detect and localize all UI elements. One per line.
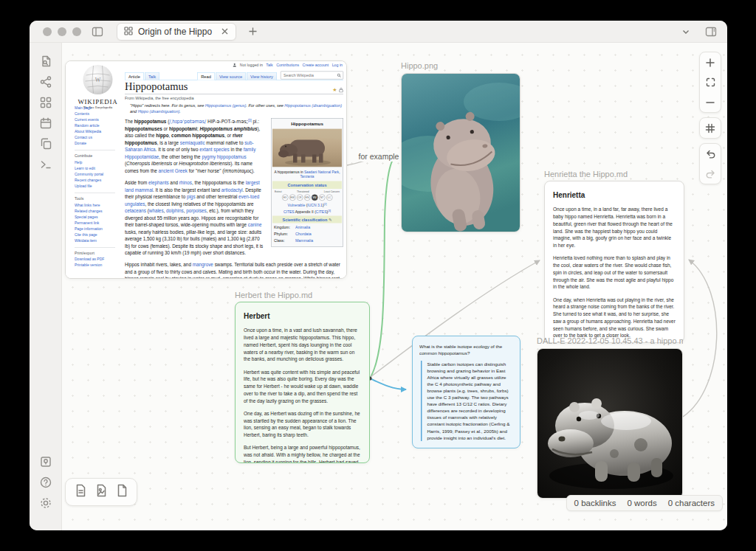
contributions-link[interactable]: Contributions <box>276 63 299 67</box>
hippo-photo <box>272 128 342 167</box>
sidebar-link[interactable]: Donate <box>75 140 122 146</box>
sidebar-link[interactable]: Learn to edit <box>75 165 122 171</box>
status-ew: EW <box>289 195 296 201</box>
add-card-button[interactable] <box>114 483 129 501</box>
snap-to-grid-button[interactable] <box>700 118 721 138</box>
quick-switcher-icon[interactable] <box>36 52 55 71</box>
canvas-viewport[interactable]: for example Not logged in Talk Contribut… <box>62 43 727 530</box>
sidebar-link[interactable]: Community portal <box>75 171 122 177</box>
card-henrietta[interactable]: Henrietta Once upon a time, in a land fa… <box>544 181 684 343</box>
isotope-quote: Stable carbon isotopes can distinguish b… <box>421 361 513 441</box>
note-paragraph: Henrietta loved nothing more than to spl… <box>553 254 676 291</box>
traffic-light-minimize[interactable] <box>58 27 66 36</box>
edge-dalle-to-henrietta <box>683 260 717 417</box>
card-isotope-question[interactable]: What is the stable isotope ecology of th… <box>412 336 520 448</box>
undo-button[interactable] <box>700 144 721 164</box>
traffic-light-close[interactable] <box>43 27 52 36</box>
right-sidebar-toggle-icon[interactable] <box>702 23 720 41</box>
talk-link[interactable]: Talk <box>266 63 272 67</box>
card-hippo-png[interactable] <box>401 73 520 232</box>
sidebar-link[interactable]: Page information <box>75 226 122 232</box>
add-note-from-vault-button[interactable] <box>73 483 88 501</box>
sidebar-link[interactable]: Current events <box>75 117 122 122</box>
sidebar-link[interactable]: Printable version <box>75 263 122 268</box>
command-palette-terminal-icon[interactable] <box>36 155 55 174</box>
note-paragraph: Herbert was quite content with his simpl… <box>244 368 360 404</box>
new-tab-icon[interactable] <box>244 23 261 41</box>
note-title: Henrietta <box>553 190 676 201</box>
sidebar-link[interactable]: Related changes <box>75 208 122 214</box>
hatnote: "Hippo" redirects here. For its genus, s… <box>125 103 343 115</box>
sidebar-link[interactable]: Special pages <box>75 214 122 220</box>
sidebar-link[interactable]: Wikidata item <box>75 238 122 243</box>
view-source-tab[interactable]: View source <box>216 73 246 80</box>
status-ex: EX <box>282 195 289 201</box>
wikipedia-search-input[interactable] <box>283 73 337 78</box>
wikipedia-search-box[interactable] <box>281 72 343 80</box>
canvas-icon <box>124 25 133 38</box>
article-paragraph: Hippos inhabit rivers, lakes, and mangro… <box>125 262 343 279</box>
tab-origin-of-the-hippo[interactable]: Origin of the Hippo <box>117 23 236 41</box>
sidebar-link[interactable]: Random article <box>75 122 122 128</box>
article-tab[interactable]: Article <box>125 73 144 80</box>
card-herbert[interactable]: Herbert Once upon a time, in a vast and … <box>235 302 370 463</box>
titlebar: Origin of the Hippo <box>30 21 727 43</box>
settings-gear-icon[interactable] <box>36 493 55 513</box>
wikipedia-logo[interactable]: W WIKIPEDIA The Free Encyclopedia <box>74 64 122 109</box>
sidebar-link[interactable]: Recent changes <box>75 177 122 183</box>
sidebar-link[interactable]: Contents <box>75 111 122 117</box>
help-icon[interactable] <box>36 473 55 492</box>
search-icon[interactable] <box>337 73 342 77</box>
read-tab[interactable]: Read <box>197 73 215 80</box>
featured-star-icon: ★ <box>332 86 337 93</box>
article-title: Hippopotamus ★ <box>125 80 343 94</box>
templates-copy-icon[interactable] <box>36 134 55 153</box>
note-title: Herbert <box>244 311 360 322</box>
baby-hippo-underwater-image <box>402 74 520 232</box>
talk-tab[interactable]: Talk <box>145 73 159 80</box>
backlinks-count[interactable]: 0 backlinks <box>574 499 616 507</box>
create-account-link[interactable]: Create account <box>303 63 329 67</box>
sidebar-link[interactable]: Main page <box>75 105 122 111</box>
edge-herbert-to-isotope <box>370 378 406 389</box>
card-wikipedia[interactable]: Not logged in Talk Contributions Create … <box>65 60 347 279</box>
log-in-link[interactable]: Log in <box>332 63 343 67</box>
graph-view-icon[interactable] <box>36 72 55 91</box>
tab-list-chevron-icon[interactable] <box>677 23 695 41</box>
card-label-hippo-png: Hippo.png <box>401 61 519 70</box>
sidebar-link[interactable]: Upload file <box>75 183 122 189</box>
status-circles: EX EW CR EN VU NT LC <box>272 194 342 203</box>
vault-switcher-icon[interactable] <box>36 452 55 471</box>
sidebar-link[interactable]: What links here <box>75 202 122 208</box>
redo-button[interactable] <box>700 164 721 184</box>
add-media-from-vault-button[interactable] <box>94 483 109 501</box>
isotope-question-text: What is the stable isotope ecology of th… <box>419 343 513 356</box>
kingdom-link[interactable]: Animalia <box>295 224 310 230</box>
traffic-light-zoom[interactable] <box>72 27 81 36</box>
zoom-out-button[interactable] <box>700 92 721 112</box>
note-paragraph: Once upon a time, in a vast and lush sav… <box>244 327 360 363</box>
class-link[interactable]: Mammalia <box>295 238 313 243</box>
status-vulnerable-line: Vulnerable (IUCN 3.1)[2] <box>272 202 342 209</box>
sidebar-link[interactable]: Help <box>75 159 122 165</box>
sidebar-link[interactable]: Download as PDF <box>75 257 122 263</box>
phylum-link[interactable]: Chordata <box>295 231 312 237</box>
edit-pencil-icon[interactable]: ✎ <box>329 217 332 221</box>
snap-controls <box>699 117 721 139</box>
daily-note-calendar-icon[interactable] <box>36 114 55 133</box>
view-history-tab[interactable]: View history <box>247 73 277 80</box>
canvas-icon[interactable] <box>36 93 55 112</box>
scientific-classification-header: Scientific classification ✎ <box>272 215 342 223</box>
sidebar-link[interactable]: Permanent link <box>75 220 122 226</box>
card-dalle-image[interactable] <box>537 348 683 499</box>
zoom-to-fit-button[interactable] <box>700 72 721 92</box>
article-tagline: From Wikipedia, the free encyclopedia <box>125 96 343 100</box>
close-tab-icon[interactable] <box>221 25 229 38</box>
sidebar-section-header: Tools <box>75 193 115 201</box>
left-sidebar-toggle-icon[interactable] <box>89 23 106 41</box>
sidebar-link[interactable]: Cite this page <box>75 232 122 238</box>
sidebar-link[interactable]: Contact us <box>75 134 122 140</box>
note-paragraph: But Herbert, being a large and powerful … <box>244 444 360 463</box>
sidebar-link[interactable]: About Wikipedia <box>75 128 122 134</box>
zoom-in-button[interactable] <box>700 52 721 72</box>
